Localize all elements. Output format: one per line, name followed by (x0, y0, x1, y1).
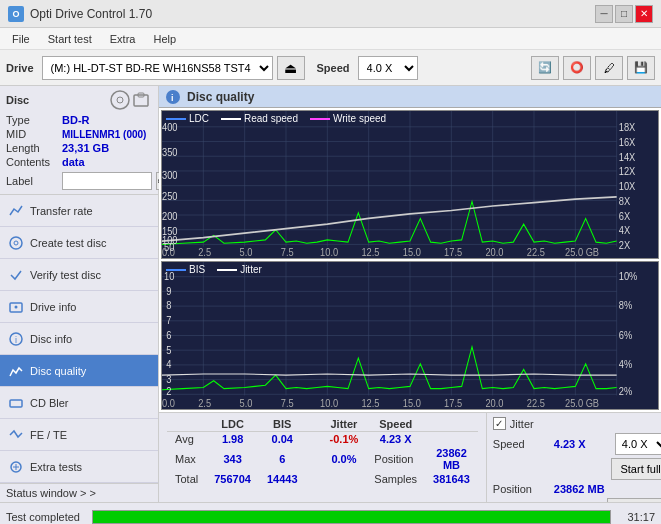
disc-icon-1 (110, 90, 130, 110)
svg-text:i: i (171, 93, 174, 103)
extra-tests-icon (8, 459, 24, 475)
svg-text:8: 8 (166, 300, 171, 311)
sidebar-item-cd-bler[interactable]: CD Bler (0, 387, 158, 419)
svg-text:6%: 6% (619, 329, 633, 340)
samples-value: 381643 (425, 472, 478, 486)
max-jitter: 0.0% (322, 446, 367, 472)
toolbar-btn-4[interactable]: 💾 (627, 56, 655, 80)
cd-bler-icon (8, 395, 24, 411)
app-title: Opti Drive Control 1.70 (30, 7, 152, 21)
svg-text:10.0: 10.0 (320, 246, 339, 257)
svg-text:6: 6 (166, 329, 171, 340)
start-full-button[interactable]: Start full (611, 458, 661, 480)
svg-text:6X: 6X (619, 210, 631, 221)
sidebar-item-create-test-disc[interactable]: Create test disc (0, 227, 158, 259)
svg-text:10X: 10X (619, 181, 636, 192)
svg-text:20.0: 20.0 (485, 397, 504, 408)
disc-section: Disc Type BD-R MID MILLENM (0, 86, 158, 195)
sidebar-item-transfer-rate[interactable]: Transfer rate (0, 195, 158, 227)
toolbar-btn-1[interactable]: 🔄 (531, 56, 559, 80)
quality-title: Disc quality (187, 90, 254, 104)
minimize-button[interactable]: ─ (595, 5, 613, 23)
svg-text:4%: 4% (619, 359, 633, 370)
quality-header: i Disc quality (159, 86, 661, 108)
sidebar-navigation: Transfer rate Create test disc Verify te… (0, 195, 158, 483)
speed-select[interactable]: 4.0 X (358, 56, 418, 80)
menu-start-test[interactable]: Start test (40, 31, 100, 47)
titlebar: O Opti Drive Control 1.70 ─ □ ✕ (0, 0, 661, 28)
mid-value: MILLENMR1 (000) (62, 129, 146, 140)
contents-label: Contents (6, 156, 58, 168)
stats-speed-select[interactable]: 4.0 X (615, 433, 661, 455)
svg-text:4: 4 (166, 359, 172, 370)
svg-text:250: 250 (162, 191, 178, 202)
svg-text:17.5: 17.5 (444, 246, 462, 257)
svg-text:18X: 18X (619, 122, 636, 133)
svg-text:7.5: 7.5 (281, 246, 294, 257)
svg-text:200: 200 (162, 210, 178, 221)
progress-bar-container (92, 510, 611, 524)
svg-rect-10 (10, 400, 22, 407)
disc-info-icon: i (8, 331, 24, 347)
avg-ldc: 1.98 (206, 432, 259, 447)
speed-label: Speed (317, 62, 350, 74)
contents-value: data (62, 156, 85, 168)
mid-label: MID (6, 128, 58, 140)
status-text: Test completed (6, 511, 80, 523)
bis-chart: BIS Jitter (161, 261, 659, 410)
status-window-button[interactable]: Status window > > (0, 483, 158, 502)
svg-point-1 (117, 97, 123, 103)
start-part-button[interactable]: Start part (607, 498, 661, 502)
disc-icon-2 (132, 90, 152, 110)
close-button[interactable]: ✕ (635, 5, 653, 23)
stats-right: ✓ Jitter Speed 4.23 X 4.0 X Start full P… (486, 413, 661, 502)
sidebar-item-extra-tests[interactable]: Extra tests (0, 451, 158, 483)
maximize-button[interactable]: □ (615, 5, 633, 23)
svg-text:10.0: 10.0 (320, 397, 339, 408)
status-window-label: Status window > > (6, 487, 96, 499)
svg-text:12.5: 12.5 (361, 397, 379, 408)
svg-text:25.0 GB: 25.0 GB (565, 246, 599, 257)
menubar: File Start test Extra Help (0, 28, 661, 50)
jitter-label: Jitter (510, 418, 534, 430)
position-value: 23862 MB (425, 446, 478, 472)
jitter-checkbox[interactable]: ✓ (493, 417, 506, 430)
sidebar-item-verify-test-disc[interactable]: Verify test disc (0, 259, 158, 291)
chart2-legend: BIS Jitter (166, 264, 262, 275)
col-speed: Speed (366, 417, 425, 432)
svg-text:16X: 16X (619, 137, 636, 148)
svg-text:300: 300 (162, 169, 178, 180)
length-label: Length (6, 142, 58, 154)
sidebar-item-disc-info[interactable]: i Disc info (0, 323, 158, 355)
avg-label: Avg (167, 432, 206, 447)
disc-section-title: Disc (6, 94, 29, 106)
sidebar-item-disc-quality[interactable]: Disc quality (0, 355, 158, 387)
col-bis: BIS (259, 417, 306, 432)
col-ldc: LDC (206, 417, 259, 432)
stats-table: LDC BIS Jitter Speed Avg 1.98 0.04 (167, 417, 478, 486)
svg-text:2.5: 2.5 (198, 246, 211, 257)
menu-file[interactable]: File (4, 31, 38, 47)
svg-text:7.5: 7.5 (281, 397, 294, 408)
avg-speed: 4.23 X (366, 432, 425, 447)
content-area: i Disc quality LDC Read speed (159, 86, 661, 502)
menu-help[interactable]: Help (145, 31, 184, 47)
svg-text:2%: 2% (619, 386, 633, 397)
jitter-row: ✓ Jitter (493, 417, 661, 430)
speed-info-row: Speed 4.23 X 4.0 X (493, 433, 661, 455)
toolbar-btn-2[interactable]: ⭕ (563, 56, 591, 80)
drive-select[interactable]: (M:) HL-DT-ST BD-RE WH16NS58 TST4 (42, 56, 273, 80)
fe-te-icon (8, 427, 24, 443)
charts-container: LDC Read speed Write speed (159, 108, 661, 412)
menu-extra[interactable]: Extra (102, 31, 144, 47)
quality-header-icon: i (165, 89, 181, 105)
position-display-val: 23862 MB (554, 483, 609, 495)
sidebar-item-drive-info[interactable]: Drive info (0, 291, 158, 323)
length-value: 23,31 GB (62, 142, 109, 154)
chart1-legend: LDC Read speed Write speed (166, 113, 386, 124)
sidebar-item-fe-te[interactable]: FE / TE (0, 419, 158, 451)
svg-text:0.0: 0.0 (162, 397, 175, 408)
toolbar-btn-3[interactable]: 🖊 (595, 56, 623, 80)
eject-button[interactable]: ⏏ (277, 56, 305, 80)
label-input[interactable] (62, 172, 152, 190)
